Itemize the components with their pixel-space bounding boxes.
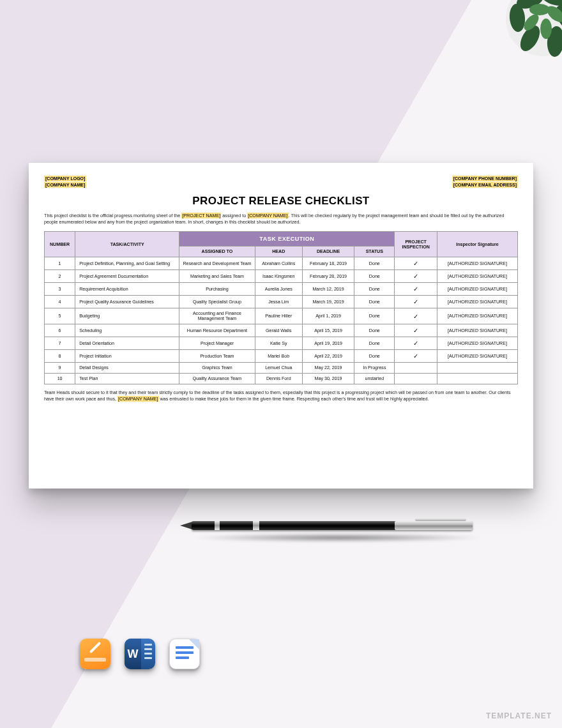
cell-number: 4 bbox=[45, 296, 75, 308]
col-head: HEAD bbox=[255, 246, 302, 257]
cell-deadline: April 15, 2019 bbox=[302, 324, 354, 337]
cell-check: ✓ bbox=[395, 257, 437, 270]
cell-deadline: April 1, 2019 bbox=[302, 308, 354, 324]
cell-number: 3 bbox=[45, 283, 75, 296]
cell-status: unstarted bbox=[354, 374, 395, 384]
cell-head: Aurelia Jones bbox=[255, 283, 302, 296]
intro-text: This project checklist is the official p… bbox=[44, 213, 518, 225]
cell-status: Done bbox=[354, 296, 395, 308]
ms-word-icon[interactable]: W bbox=[125, 639, 155, 669]
cell-task: Budgeting bbox=[75, 308, 179, 324]
col-signature: Inspector Signature bbox=[437, 232, 517, 257]
cell-number: 8 bbox=[45, 350, 75, 363]
cell-status: Done bbox=[354, 324, 395, 337]
cell-check: ✓ bbox=[395, 308, 437, 324]
cell-signature: [AUTHORIZED SIGNATURE] bbox=[437, 308, 517, 324]
cell-check: ✓ bbox=[395, 296, 437, 308]
cell-check: ✓ bbox=[395, 324, 437, 337]
cell-signature bbox=[437, 374, 517, 384]
cell-number: 7 bbox=[45, 337, 75, 350]
outro-text: Team Heads should secure to it that they… bbox=[44, 390, 518, 402]
placeholder-project-name: [PROJECT NAME] bbox=[181, 213, 221, 218]
cell-deadline: April 22, 2019 bbox=[302, 350, 354, 363]
svg-point-9 bbox=[540, 19, 552, 39]
cell-signature: [AUTHORIZED SIGNATURE] bbox=[437, 296, 517, 308]
cell-status: Done bbox=[354, 257, 395, 270]
document-page: [COMPANY LOGO] [COMPANY NAME] [COMPANY P… bbox=[29, 163, 533, 489]
cell-deadline: March 12, 2019 bbox=[302, 283, 354, 296]
cell-check: ✓ bbox=[395, 270, 437, 283]
word-letter: W bbox=[125, 639, 141, 669]
cell-status: In Progress bbox=[354, 363, 395, 374]
doc-header: [COMPANY LOGO] [COMPANY NAME] [COMPANY P… bbox=[44, 176, 518, 188]
checklist-table: NUMBER TASK/ACTIVITY TASK EXECUTION PROJ… bbox=[44, 231, 518, 384]
cell-assigned: Human Resource Department bbox=[179, 324, 255, 337]
cell-assigned: Production Team bbox=[179, 350, 255, 363]
placeholder-company-name: [COMPANY NAME] bbox=[118, 396, 158, 402]
cell-status: Done bbox=[354, 308, 395, 324]
cell-signature: [AUTHORIZED SIGNATURE] bbox=[437, 270, 517, 283]
google-docs-icon[interactable] bbox=[169, 639, 200, 669]
svg-point-7 bbox=[529, 4, 550, 15]
cell-deadline: March 19, 2019 bbox=[302, 296, 354, 308]
apple-pages-icon[interactable] bbox=[80, 639, 110, 669]
table-row: 1Project Definition, Planning, and Goal … bbox=[45, 257, 518, 270]
cell-signature: [AUTHORIZED SIGNATURE] bbox=[437, 324, 517, 337]
cell-task: Detail Orientation bbox=[75, 337, 179, 350]
cell-signature: [AUTHORIZED SIGNATURE] bbox=[437, 257, 517, 270]
cell-head: Katie Sy bbox=[255, 337, 302, 350]
cell-deadline: May 22, 2019 bbox=[302, 363, 354, 374]
cell-signature: [AUTHORIZED SIGNATURE] bbox=[437, 350, 517, 363]
placeholder-company-name: [COMPANY NAME] bbox=[247, 213, 288, 218]
cell-number: 1 bbox=[45, 257, 75, 270]
placeholder-company-phone: [COMPANY PHONE NUMBER] bbox=[452, 176, 518, 181]
cell-task: Project Agreement Documentation bbox=[75, 270, 179, 283]
cell-assigned: Purchasing bbox=[179, 283, 255, 296]
cell-task: Project Definition, Planning, and Goal S… bbox=[75, 257, 179, 270]
placeholder-company-email: [COMPANY EMAIL ADDRESS] bbox=[452, 182, 518, 188]
cell-status: Done bbox=[354, 283, 395, 296]
cell-check: ✓ bbox=[395, 337, 437, 350]
col-number: NUMBER bbox=[45, 232, 75, 257]
cell-head: Lemuel Chua bbox=[255, 363, 302, 374]
cell-deadline: April 19, 2019 bbox=[302, 337, 354, 350]
table-row: 4Project Quality Assurance GuidelinesQua… bbox=[45, 296, 518, 308]
cell-assigned: Quality Assurance Team bbox=[179, 374, 255, 384]
cell-deadline: February 18, 2019 bbox=[302, 257, 354, 270]
cell-check: ✓ bbox=[395, 350, 437, 363]
cell-status: Done bbox=[354, 270, 395, 283]
cell-status: Done bbox=[354, 350, 395, 363]
cell-head: Mariel Bob bbox=[255, 350, 302, 363]
decorative-plant bbox=[460, 0, 562, 102]
cell-signature bbox=[437, 363, 517, 374]
col-status: STATUS bbox=[354, 246, 395, 257]
cell-head: Gerald Walls bbox=[255, 324, 302, 337]
cell-number: 6 bbox=[45, 324, 75, 337]
cell-task: Project Quality Assurance Guidelines bbox=[75, 296, 179, 308]
table-row: 8Project InitiationProduction TeamMariel… bbox=[45, 350, 518, 363]
cell-status: Done bbox=[354, 337, 395, 350]
placeholder-company-logo: [COMPANY LOGO] bbox=[44, 176, 86, 181]
cell-head: Jessa Lim bbox=[255, 296, 302, 308]
cell-number: 2 bbox=[45, 270, 75, 283]
cell-number: 10 bbox=[45, 374, 75, 384]
table-row: 6SchedulingHuman Resource DepartmentGera… bbox=[45, 324, 518, 337]
decorative-pen bbox=[192, 512, 485, 544]
header-left: [COMPANY LOGO] [COMPANY NAME] bbox=[44, 176, 86, 188]
cell-assigned: Accounting and Finance Management Team bbox=[179, 308, 255, 324]
cell-check bbox=[395, 374, 437, 384]
cell-task: Test Plan bbox=[75, 374, 179, 384]
col-deadline: DEADLINE bbox=[302, 246, 354, 257]
cell-deadline: May 30, 2019 bbox=[302, 374, 354, 384]
table-row: 3Requirement AcquisitionPurchasingAureli… bbox=[45, 283, 518, 296]
cell-number: 5 bbox=[45, 308, 75, 324]
cell-head: Abraham Collins bbox=[255, 257, 302, 270]
cell-assigned: Quality Specialist Group bbox=[179, 296, 255, 308]
app-icons: W bbox=[80, 639, 200, 669]
table-row: 9Detail DesignsGraphics TeamLemuel ChuaM… bbox=[45, 363, 518, 374]
col-task: TASK/ACTIVITY bbox=[75, 232, 179, 257]
cell-number: 9 bbox=[45, 363, 75, 374]
cell-task: Detail Designs bbox=[75, 363, 179, 374]
cell-assigned: Graphics Team bbox=[179, 363, 255, 374]
cell-assigned: Research and Development Team bbox=[179, 257, 255, 270]
